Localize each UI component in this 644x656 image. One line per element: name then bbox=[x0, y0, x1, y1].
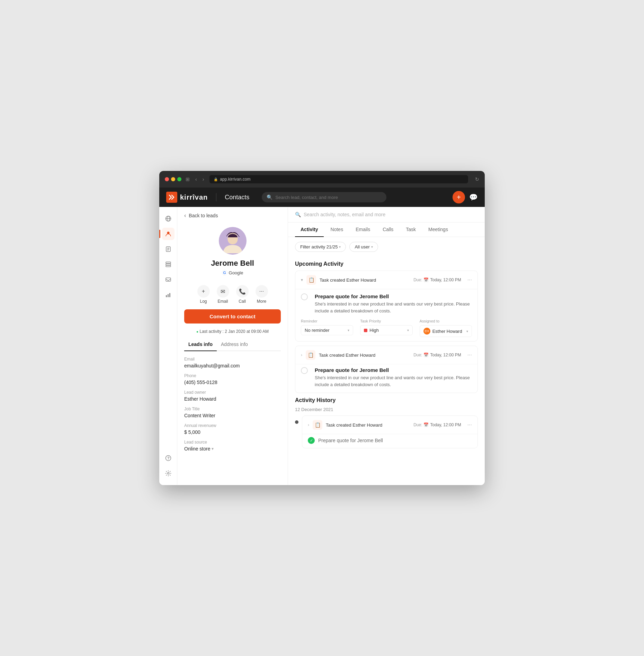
lead-source-select[interactable]: Online store ▾ bbox=[184, 446, 281, 452]
chevron-down-icon: ▾ bbox=[212, 446, 214, 451]
history-task-name: Prepare quote for Jerome Bell bbox=[318, 438, 383, 443]
task-icon-2: 📋 bbox=[306, 350, 315, 360]
assigned-value[interactable]: EH Esther Howard ▾ bbox=[420, 325, 472, 337]
tab-leads-info[interactable]: Leads info bbox=[184, 338, 217, 351]
priority-text: High bbox=[369, 328, 379, 333]
field-email: Email emailkuyahut@gmail.com bbox=[184, 357, 281, 368]
convert-to-contact-button[interactable]: Convert to contact bbox=[184, 309, 281, 324]
sidebar-icon-tasks[interactable] bbox=[162, 243, 175, 255]
content-tabs: Activity Notes Emails Calls Task Meeting… bbox=[288, 222, 485, 237]
activity-card-header-2[interactable]: › 📋 Task created Esther Howard Due: 📅 To… bbox=[295, 346, 477, 364]
task-icon-hist: 📋 bbox=[313, 420, 322, 430]
due-date-2: Today, 12:00 PM bbox=[430, 353, 461, 357]
nav-forward-button[interactable]: › bbox=[201, 176, 206, 183]
activity-card-header-1[interactable]: ▾ 📋 Task created Esther Howard Due: 📅 To… bbox=[295, 271, 477, 289]
task-checkbox-1[interactable] bbox=[301, 293, 308, 300]
sidebar-icon-contacts[interactable] bbox=[162, 228, 175, 240]
refresh-button[interactable]: ↻ bbox=[475, 176, 479, 182]
sidebar-icon-analytics[interactable] bbox=[162, 289, 175, 301]
more-icon: ··· bbox=[256, 285, 268, 298]
history-task-preview: ✓ Prepare quote for Jerome Bell bbox=[302, 434, 477, 448]
email-button[interactable]: ✉ Email bbox=[217, 285, 229, 304]
filter-activity-label: Filter activity 21/25 bbox=[300, 244, 338, 249]
sidebar-icon-database[interactable] bbox=[162, 258, 175, 271]
tab-task[interactable]: Task bbox=[400, 222, 421, 237]
annual-revenue-value: $ 5,000 bbox=[184, 429, 281, 435]
more-options-button-2[interactable]: ··· bbox=[467, 352, 472, 358]
chevron-down-icon[interactable]: ▾ bbox=[301, 277, 303, 282]
phone-value: (405) 555-0128 bbox=[184, 380, 281, 385]
activity-dot: ● bbox=[196, 330, 198, 334]
activity-detail-1: Prepare quote for Jerome Bell She's inte… bbox=[295, 289, 477, 341]
call-button[interactable]: 📞 Call bbox=[236, 285, 249, 304]
completed-icon: ✓ bbox=[308, 437, 315, 444]
app-body: ? ‹ Back to leads bbox=[159, 207, 485, 485]
task-desc-1: She's interested in our new product line… bbox=[315, 301, 472, 314]
minimize-traffic-light[interactable] bbox=[171, 177, 175, 181]
more-button[interactable]: ··· More bbox=[256, 285, 268, 304]
filter-activity-button[interactable]: Filter activity 21/25 ▾ bbox=[295, 242, 346, 252]
tab-activity[interactable]: Activity bbox=[295, 222, 324, 237]
svg-rect-14 bbox=[169, 293, 170, 297]
filter-user-label: All user bbox=[355, 244, 369, 249]
call-icon: 📞 bbox=[236, 285, 249, 298]
priority-dot-icon bbox=[364, 329, 367, 332]
tab-calls[interactable]: Calls bbox=[377, 222, 399, 237]
reminder-value[interactable]: No reminder ▾ bbox=[301, 325, 353, 335]
more-options-button-1[interactable]: ··· bbox=[467, 277, 472, 283]
app-header: kirrîvan Contacts 🔍 + 💬 bbox=[159, 188, 485, 207]
header-divider bbox=[216, 193, 216, 201]
activity-scroll[interactable]: Upcoming Activity ▾ 📋 Task created Esthe… bbox=[288, 257, 485, 485]
close-traffic-light[interactable] bbox=[165, 177, 169, 181]
chevron-right-icon[interactable]: › bbox=[301, 353, 302, 357]
more-options-history[interactable]: ··· bbox=[467, 422, 472, 428]
log-button[interactable]: + Log bbox=[197, 285, 210, 304]
chevron-right-icon[interactable]: › bbox=[308, 422, 309, 427]
priority-value[interactable]: High ▾ bbox=[360, 325, 412, 335]
tab-emails[interactable]: Emails bbox=[350, 222, 376, 237]
window-layout-icon[interactable]: ⊞ bbox=[186, 176, 190, 182]
more-label: More bbox=[257, 299, 266, 304]
history-card-header[interactable]: › 📋 Task created Esther Howard Due: 📅 To… bbox=[302, 416, 477, 434]
source-name: Google bbox=[229, 270, 243, 275]
chat-button[interactable]: 💬 bbox=[469, 193, 478, 201]
content-search[interactable]: 🔍 Search activity, notes, email and more bbox=[288, 207, 485, 222]
logo-text: kirrîvan bbox=[180, 193, 208, 201]
filter-user-button[interactable]: All user ▾ bbox=[349, 242, 378, 252]
field-annual-revenue: Annual revenuew $ 5,000 bbox=[184, 423, 281, 435]
leads-section: Email emailkuyahut@gmail.com Phone (405)… bbox=[177, 351, 288, 485]
nav-back-button[interactable]: ‹ bbox=[194, 176, 198, 183]
tab-notes[interactable]: Notes bbox=[325, 222, 349, 237]
fullscreen-traffic-light[interactable] bbox=[177, 177, 181, 181]
header-search-input[interactable] bbox=[275, 195, 382, 200]
sidebar-icon-help[interactable]: ? bbox=[162, 452, 175, 464]
chevron-down-icon: ▾ bbox=[348, 328, 349, 332]
header-search[interactable]: 🔍 bbox=[262, 192, 386, 202]
svg-text:?: ? bbox=[167, 456, 170, 460]
lead-source-value: Online store bbox=[184, 446, 210, 452]
browser-nav: ‹ › bbox=[194, 176, 205, 183]
sidebar-icon-settings[interactable] bbox=[162, 467, 175, 480]
url-bar[interactable]: 🔒 app.kirrivan.com bbox=[209, 175, 468, 183]
card-due-1: Due: 📅 Today, 12:00 PM bbox=[413, 277, 461, 282]
sidebar-icon-inbox[interactable] bbox=[162, 273, 175, 286]
chevron-down-icon: ▾ bbox=[466, 329, 468, 333]
back-to-leads[interactable]: ‹ Back to leads bbox=[177, 207, 288, 224]
sidebar-icon-globe[interactable] bbox=[162, 212, 175, 225]
logo: kirrîvan bbox=[166, 192, 208, 203]
due-label-2: Due: bbox=[413, 353, 422, 357]
assigned-avatar: EH bbox=[423, 328, 430, 335]
priority-label: Task Priority bbox=[360, 319, 412, 323]
history-due-label: Due: bbox=[413, 422, 422, 427]
tab-address-info[interactable]: Address info bbox=[217, 338, 252, 351]
collapsed-preview: Prepare quote for Jerome Bell She's inte… bbox=[295, 364, 477, 393]
svg-rect-13 bbox=[168, 294, 169, 297]
email-label: Email bbox=[184, 357, 281, 362]
tab-meetings[interactable]: Meetings bbox=[423, 222, 454, 237]
due-label-1: Due: bbox=[413, 277, 422, 282]
card-title-1: Task created Esther Howard bbox=[320, 277, 410, 283]
add-button[interactable]: + bbox=[453, 191, 465, 203]
history-item-1: › 📋 Task created Esther Howard Due: 📅 To… bbox=[295, 416, 478, 448]
task-checkbox-2[interactable] bbox=[301, 367, 308, 374]
calendar-icon-2: 📅 bbox=[423, 353, 429, 357]
